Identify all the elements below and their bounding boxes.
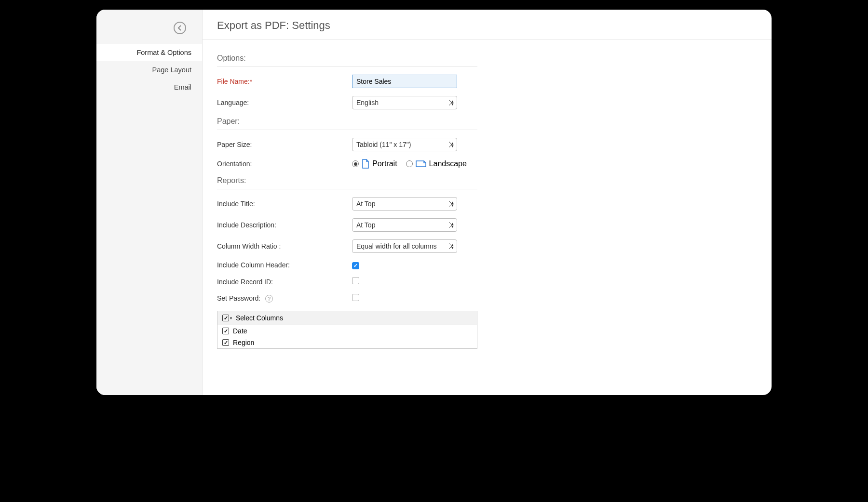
orientation-portrait-radio[interactable]: Portrait	[352, 159, 397, 169]
radio-icon	[406, 160, 413, 167]
chevron-down-icon: ▾	[230, 316, 232, 320]
paper-size-select-value: Tabloid (11" x 17")	[356, 141, 411, 148]
include-column-header-checkbox[interactable]	[352, 262, 359, 269]
select-arrows-icon: ▴▾	[451, 222, 454, 228]
content-area: Options: File Name:* Language: English ▴…	[203, 40, 772, 395]
chevron-left-icon	[177, 25, 182, 31]
sidebar-item-page-layout[interactable]: Page Layout	[96, 61, 202, 79]
include-record-id-label: Include Record ID:	[217, 278, 352, 286]
paper-size-label: Paper Size:	[217, 141, 352, 148]
select-columns-label: Select Columns	[236, 314, 283, 322]
sidebar: Format & Options Page Layout Email	[96, 10, 203, 395]
include-description-value: At Top	[356, 221, 375, 229]
portrait-label: Portrait	[372, 159, 397, 168]
paper-size-select[interactable]: Tabloid (11" x 17") ▴▾	[352, 138, 457, 151]
column-width-label: Column Width Ratio :	[217, 242, 352, 250]
orientation-label: Orientation:	[217, 160, 352, 168]
select-columns-header[interactable]: ▾ Select Columns	[217, 311, 477, 325]
sidebar-item-email[interactable]: Email	[96, 79, 202, 96]
radio-icon	[352, 160, 359, 167]
landscape-page-icon	[416, 160, 426, 168]
column-width-select[interactable]: Equal width for all columns ▴▾	[352, 239, 457, 253]
column-width-value: Equal width for all columns	[356, 242, 437, 250]
portrait-page-icon	[362, 159, 369, 169]
column-item[interactable]: Date	[217, 325, 477, 337]
include-column-header-label: Include Column Header:	[217, 261, 352, 269]
select-arrows-icon: ▴▾	[451, 100, 454, 106]
column-item[interactable]: Region	[217, 337, 477, 348]
file-name-label: File Name:*	[217, 78, 352, 85]
back-button[interactable]	[174, 22, 186, 34]
main-panel: Export as PDF: Settings Options: File Na…	[203, 10, 772, 395]
include-title-label: Include Title:	[217, 200, 352, 208]
export-pdf-dialog: Format & Options Page Layout Email Expor…	[96, 10, 772, 395]
select-arrows-icon: ▴▾	[451, 243, 454, 249]
column-checkbox[interactable]	[222, 339, 229, 346]
dialog-header: Export as PDF: Settings	[203, 10, 772, 40]
section-options-title: Options:	[217, 54, 477, 67]
select-arrows-icon: ▴▾	[451, 201, 454, 207]
include-description-select[interactable]: At Top ▴▾	[352, 218, 457, 232]
include-description-label: Include Description:	[217, 221, 352, 229]
language-label: Language:	[217, 99, 352, 106]
include-title-value: At Top	[356, 200, 375, 208]
set-password-checkbox[interactable]	[352, 294, 359, 301]
set-password-label: Set Password: ?	[217, 294, 352, 303]
column-checkbox[interactable]	[222, 328, 229, 334]
language-select-value: English	[356, 99, 379, 106]
include-record-id-checkbox[interactable]	[352, 277, 359, 284]
column-item-label: Date	[233, 327, 247, 335]
select-arrows-icon: ▴▾	[451, 142, 454, 147]
language-select[interactable]: English ▴▾	[352, 96, 457, 109]
file-name-input[interactable]	[352, 75, 457, 88]
select-columns-panel: ▾ Select Columns Date Region	[217, 311, 477, 349]
select-all-columns-checkbox[interactable]	[222, 315, 229, 321]
include-title-select[interactable]: At Top ▴▾	[352, 197, 457, 211]
section-paper-title: Paper:	[217, 117, 477, 130]
landscape-label: Landscape	[429, 159, 467, 168]
column-item-label: Region	[233, 339, 254, 346]
page-title: Export as PDF: Settings	[217, 19, 757, 32]
help-icon[interactable]: ?	[265, 295, 273, 303]
section-reports-title: Reports:	[217, 176, 477, 189]
sidebar-item-format-options[interactable]: Format & Options	[96, 44, 202, 61]
orientation-landscape-radio[interactable]: Landscape	[406, 159, 467, 168]
